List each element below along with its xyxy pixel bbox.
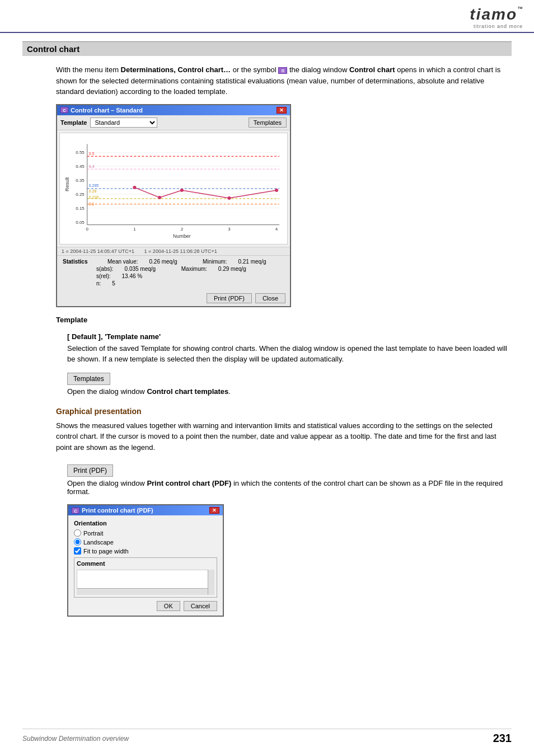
dialog-toolbar: Template Standard Templates [57,115,290,130]
legend-line1: 1 = 2004-11-25 14:05:47 UTC+1 [62,248,134,254]
stats-row2: s(abs): 0.035 meq/g Maximum: 0.29 meq/g [96,266,284,272]
svg-text:0.4: 0.4 [89,165,95,168]
content: Control chart With the menu item Determi… [0,33,534,628]
intro-bold2: Control chart [349,65,395,74]
fit-checkbox[interactable] [74,547,81,555]
sabs-value: 0.035 meq/g [125,266,156,272]
svg-text:0.05: 0.05 [76,219,85,224]
close-button-dialog[interactable]: Close [255,293,285,303]
template-section-title: Template [56,316,512,324]
svg-text:0.35: 0.35 [76,178,85,183]
templates-desc-text: Open the dialog window [67,387,147,396]
svg-point-34 [228,196,231,199]
max-label: Maximum: [181,266,207,272]
landscape-radio-item: Landscape [74,538,217,546]
svg-text:0.15: 0.15 [76,205,85,210]
max-value: 0.29 meq/g [218,266,246,272]
n-label: n: [96,280,101,287]
min-value: 0.21 meq/g [238,259,266,265]
svg-text:0.5: 0.5 [89,152,95,156]
dialog-titlebar: C Control chart – Standard ✕ [57,105,290,115]
portrait-radio-item: Portrait [74,529,217,537]
svg-text:0.25: 0.25 [76,191,85,196]
template-select[interactable]: Standard [90,118,157,128]
landscape-label: Landscape [83,539,114,546]
print-dialog-icon: C [72,508,79,514]
template-item-text: Selection of the saved Template for show… [67,343,512,365]
ok-button[interactable]: OK [157,601,180,611]
svg-text:2: 2 [181,226,184,231]
template-item-title: [ Default ], 'Template name' [67,332,512,341]
templates-btn-display[interactable]: Templates [67,373,110,385]
dialog-close-button[interactable]: ✕ [277,107,287,114]
graphical-section-title: Graphical presentation [56,407,512,416]
fit-label: Fit to page width [83,548,129,555]
svg-point-31 [133,186,136,189]
print-dialog-titlebar-left: C Print control chart (PDF) [72,507,153,514]
svg-point-35 [275,189,278,192]
print-desc-bold: Print control chart (PDF) [147,479,231,487]
portrait-radio[interactable] [74,529,81,537]
n-value: 5 [112,280,115,287]
graphical-section-text: Shows the measured values together with … [56,420,512,453]
footer-page-number: 231 [493,732,512,745]
print-dialog-titlebar: C Print control chart (PDF) ✕ [68,505,223,515]
chart-svg: Result 0.55 0.45 0.35 0.25 0.15 [62,135,285,242]
print-dialog-close-button[interactable]: ✕ [209,507,219,514]
print-desc-text: Open the dialog window [67,479,147,487]
section-title: Control chart [22,41,512,56]
intro-mid: or the symbol [231,65,278,74]
dialog-action-buttons: Print (PDF) Close [57,290,290,306]
srel-label: s(rel): [96,273,111,279]
page: tiamo ™ titration and more Control chart… [0,0,534,756]
comment-scrollbar-v[interactable] [208,570,214,595]
comment-label: Comment [77,560,214,567]
dialog-titlebar-left: C Control chart – Standard [60,107,143,114]
svg-text:4: 4 [275,226,278,231]
svg-text:0.55: 0.55 [76,150,85,155]
cancel-button[interactable]: Cancel [184,601,217,611]
svg-text:0.295: 0.295 [89,184,99,187]
footer-left-text: Subwindow Determination overview [22,735,129,743]
templates-button-dialog[interactable]: Templates [249,118,287,128]
logo-subtitle: titration and more [474,24,523,29]
print-dialog-buttons: OK Cancel [74,601,217,611]
intro-paragraph: With the menu item Determinations, Contr… [56,64,512,97]
svg-text:0.28: 0.28 [89,189,97,192]
header: tiamo ™ titration and more [0,0,534,33]
srel-value: 13.46 % [122,273,143,279]
template-item: [ Default ], 'Template name' Selection o… [67,332,512,365]
logo: tiamo ™ [470,6,523,24]
chart-legend: 1 = 2004-11-25 14:05:47 UTC+1 1 = 2004-1… [57,247,290,255]
footer: Subwindow Determination overview 231 [22,729,512,745]
template-label: Template [60,119,87,126]
print-chart-dialog: C Print control chart (PDF) ✕ Orientatio… [67,504,224,617]
print-pdf-btn-display[interactable]: Print (PDF) [67,464,113,477]
stats-label: Statistics [63,259,96,265]
intro-bold1: Determinations, Control chart… [121,65,231,74]
svg-point-33 [180,189,184,192]
min-label: Minimum: [203,259,227,265]
legend-line2: 1 = 2004-11-25 11:06:28 UTC+1 [144,248,217,254]
svg-text:Result: Result [64,177,70,191]
control-chart-dialog: C Control chart – Standard ✕ Template St… [56,104,291,307]
dialog-icon: C [60,107,68,113]
sabs-label: s(abs): [96,266,114,272]
comment-scrollbar-h[interactable] [77,588,208,595]
intro-text: With the menu item [56,65,121,74]
dialog-title: Control chart – Standard [71,107,143,114]
fit-checkbox-item: Fit to page width [74,547,217,555]
graphical-section: Graphical presentation Shows the measure… [56,407,512,453]
templates-desc-end: . [228,387,231,396]
portrait-label: Portrait [83,530,103,537]
templates-btn-desc: Open the dialog window Control chart tem… [67,387,512,396]
logo-tiamo-text: tiamo [470,6,517,24]
comment-section: Comment [74,557,217,598]
svg-text:Number: Number [173,233,191,238]
stats-row4: n: 5 [96,280,284,287]
print-pdf-button-dialog[interactable]: Print (PDF) [207,293,252,303]
print-dialog-title: Print control chart (PDF) [82,507,153,514]
print-btn-desc: Open the dialog window Print control cha… [67,479,512,496]
landscape-radio[interactable] [74,538,81,546]
svg-text:0.45: 0.45 [76,164,85,169]
